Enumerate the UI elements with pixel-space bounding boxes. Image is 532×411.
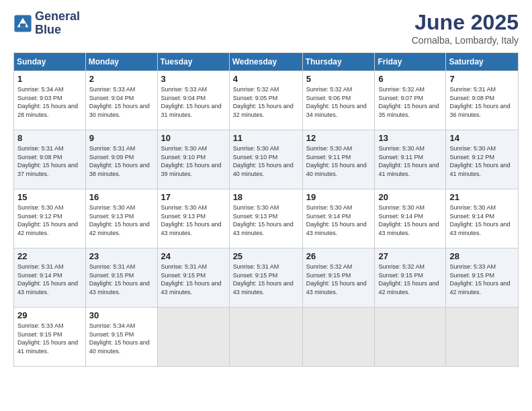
calendar-cell-9: 9Sunrise: 5:31 AM Sunset: 9:09 PM Daylig… <box>85 130 157 189</box>
calendar-week-1: 1Sunrise: 5:34 AM Sunset: 9:03 PM Daylig… <box>14 71 519 130</box>
logo-text: General Blue <box>35 10 80 37</box>
day-number: 13 <box>378 133 442 143</box>
calendar-week-3: 15Sunrise: 5:30 AM Sunset: 9:12 PM Dayli… <box>14 189 519 248</box>
day-number: 30 <box>89 310 154 320</box>
day-number: 25 <box>233 251 299 261</box>
day-number: 11 <box>233 133 299 143</box>
day-info: Sunrise: 5:30 AM Sunset: 9:13 PM Dayligh… <box>89 203 154 237</box>
calendar-cell-15: 15Sunrise: 5:30 AM Sunset: 9:12 PM Dayli… <box>14 189 86 248</box>
day-info: Sunrise: 5:30 AM Sunset: 9:12 PM Dayligh… <box>17 203 82 237</box>
day-number: 29 <box>17 310 82 320</box>
title-area: June 2025 Cornalba, Lombardy, Italy <box>412 10 519 46</box>
day-info: Sunrise: 5:32 AM Sunset: 9:07 PM Dayligh… <box>378 85 442 119</box>
calendar-body: 1Sunrise: 5:34 AM Sunset: 9:03 PM Daylig… <box>14 71 519 367</box>
calendar-cell-19: 19Sunrise: 5:30 AM Sunset: 9:14 PM Dayli… <box>302 189 375 248</box>
calendar-cell-empty <box>302 308 375 367</box>
calendar-cell-29: 29Sunrise: 5:33 AM Sunset: 9:15 PM Dayli… <box>14 308 86 367</box>
calendar-cell-empty <box>157 308 229 367</box>
page: General Blue June 2025 Cornalba, Lombard… <box>0 0 532 411</box>
day-number: 9 <box>89 133 154 143</box>
day-info: Sunrise: 5:34 AM Sunset: 9:15 PM Dayligh… <box>89 322 154 355</box>
calendar-cell-12: 12Sunrise: 5:30 AM Sunset: 9:11 PM Dayli… <box>302 130 375 189</box>
calendar-cell-25: 25Sunrise: 5:31 AM Sunset: 9:15 PM Dayli… <box>229 248 302 308</box>
calendar-cell-empty <box>229 308 302 367</box>
calendar-cell-24: 24Sunrise: 5:31 AM Sunset: 9:15 PM Dayli… <box>157 248 229 308</box>
day-info: Sunrise: 5:33 AM Sunset: 9:15 PM Dayligh… <box>449 263 515 296</box>
day-info: Sunrise: 5:30 AM Sunset: 9:10 PM Dayligh… <box>233 144 299 178</box>
day-info: Sunrise: 5:31 AM Sunset: 9:15 PM Dayligh… <box>233 263 299 296</box>
day-info: Sunrise: 5:33 AM Sunset: 9:15 PM Dayligh… <box>17 322 82 355</box>
day-number: 28 <box>449 251 515 261</box>
calendar-cell-11: 11Sunrise: 5:30 AM Sunset: 9:10 PM Dayli… <box>229 130 302 189</box>
day-info: Sunrise: 5:31 AM Sunset: 9:15 PM Dayligh… <box>161 263 226 296</box>
day-number: 3 <box>161 74 226 84</box>
day-info: Sunrise: 5:30 AM Sunset: 9:11 PM Dayligh… <box>306 144 371 178</box>
weekday-header-wednesday: Wednesday <box>229 53 302 71</box>
day-number: 19 <box>306 192 371 202</box>
weekday-header-saturday: Saturday <box>446 53 519 71</box>
calendar-cell-2: 2Sunrise: 5:33 AM Sunset: 9:04 PM Daylig… <box>85 71 157 130</box>
day-info: Sunrise: 5:30 AM Sunset: 9:10 PM Dayligh… <box>161 144 226 178</box>
day-number: 15 <box>17 192 82 202</box>
calendar-header: SundayMondayTuesdayWednesdayThursdayFrid… <box>14 53 519 71</box>
day-info: Sunrise: 5:31 AM Sunset: 9:08 PM Dayligh… <box>17 144 82 178</box>
calendar-cell-20: 20Sunrise: 5:30 AM Sunset: 9:14 PM Dayli… <box>375 189 446 248</box>
calendar-cell-6: 6Sunrise: 5:32 AM Sunset: 9:07 PM Daylig… <box>375 71 446 130</box>
calendar-cell-28: 28Sunrise: 5:33 AM Sunset: 9:15 PM Dayli… <box>446 248 519 308</box>
weekday-header-sunday: Sunday <box>14 53 86 71</box>
day-info: Sunrise: 5:31 AM Sunset: 9:15 PM Dayligh… <box>89 263 154 296</box>
day-number: 21 <box>449 192 515 202</box>
day-number: 16 <box>89 192 154 202</box>
day-info: Sunrise: 5:30 AM Sunset: 9:14 PM Dayligh… <box>306 203 371 237</box>
calendar-week-4: 22Sunrise: 5:31 AM Sunset: 9:14 PM Dayli… <box>14 248 519 308</box>
calendar-cell-10: 10Sunrise: 5:30 AM Sunset: 9:10 PM Dayli… <box>157 130 229 189</box>
day-info: Sunrise: 5:32 AM Sunset: 9:05 PM Dayligh… <box>233 85 299 119</box>
calendar-cell-23: 23Sunrise: 5:31 AM Sunset: 9:15 PM Dayli… <box>85 248 157 308</box>
calendar-cell-4: 4Sunrise: 5:32 AM Sunset: 9:05 PM Daylig… <box>229 71 302 130</box>
day-number: 23 <box>89 251 154 261</box>
day-number: 7 <box>449 74 515 84</box>
day-info: Sunrise: 5:30 AM Sunset: 9:11 PM Dayligh… <box>378 144 442 178</box>
day-number: 18 <box>233 192 299 202</box>
day-number: 6 <box>378 74 442 84</box>
day-number: 12 <box>306 133 371 143</box>
calendar-cell-empty <box>375 308 446 367</box>
day-info: Sunrise: 5:33 AM Sunset: 9:04 PM Dayligh… <box>161 85 226 119</box>
day-info: Sunrise: 5:32 AM Sunset: 9:15 PM Dayligh… <box>378 263 442 296</box>
calendar-cell-5: 5Sunrise: 5:32 AM Sunset: 9:06 PM Daylig… <box>302 71 375 130</box>
calendar-cell-26: 26Sunrise: 5:32 AM Sunset: 9:15 PM Dayli… <box>302 248 375 308</box>
calendar-week-5: 29Sunrise: 5:33 AM Sunset: 9:15 PM Dayli… <box>14 308 519 367</box>
day-info: Sunrise: 5:30 AM Sunset: 9:13 PM Dayligh… <box>233 203 299 237</box>
location-subtitle: Cornalba, Lombardy, Italy <box>412 35 519 46</box>
day-number: 14 <box>449 133 515 143</box>
calendar-cell-17: 17Sunrise: 5:30 AM Sunset: 9:13 PM Dayli… <box>157 189 229 248</box>
logo: General Blue <box>13 10 80 37</box>
day-info: Sunrise: 5:31 AM Sunset: 9:09 PM Dayligh… <box>89 144 154 178</box>
day-info: Sunrise: 5:33 AM Sunset: 9:04 PM Dayligh… <box>89 85 154 119</box>
day-info: Sunrise: 5:31 AM Sunset: 9:08 PM Dayligh… <box>449 85 515 119</box>
calendar-cell-1: 1Sunrise: 5:34 AM Sunset: 9:03 PM Daylig… <box>14 71 86 130</box>
day-info: Sunrise: 5:30 AM Sunset: 9:13 PM Dayligh… <box>161 203 226 237</box>
header: General Blue June 2025 Cornalba, Lombard… <box>13 10 519 46</box>
calendar-cell-18: 18Sunrise: 5:30 AM Sunset: 9:13 PM Dayli… <box>229 189 302 248</box>
calendar-cell-8: 8Sunrise: 5:31 AM Sunset: 9:08 PM Daylig… <box>14 130 86 189</box>
weekday-header-tuesday: Tuesday <box>157 53 229 71</box>
day-info: Sunrise: 5:31 AM Sunset: 9:14 PM Dayligh… <box>17 263 82 296</box>
logo-line2: Blue <box>35 24 80 37</box>
calendar-table: SundayMondayTuesdayWednesdayThursdayFrid… <box>13 52 519 367</box>
day-number: 22 <box>17 251 82 261</box>
calendar-cell-3: 3Sunrise: 5:33 AM Sunset: 9:04 PM Daylig… <box>157 71 229 130</box>
day-number: 20 <box>378 192 442 202</box>
day-number: 10 <box>161 133 226 143</box>
day-info: Sunrise: 5:32 AM Sunset: 9:06 PM Dayligh… <box>306 85 371 119</box>
day-info: Sunrise: 5:30 AM Sunset: 9:14 PM Dayligh… <box>378 203 442 237</box>
calendar-cell-13: 13Sunrise: 5:30 AM Sunset: 9:11 PM Dayli… <box>375 130 446 189</box>
weekday-header-friday: Friday <box>375 53 446 71</box>
svg-rect-2 <box>20 24 26 28</box>
calendar-cell-27: 27Sunrise: 5:32 AM Sunset: 9:15 PM Dayli… <box>375 248 446 308</box>
day-number: 26 <box>306 251 371 261</box>
day-info: Sunrise: 5:30 AM Sunset: 9:12 PM Dayligh… <box>449 144 515 178</box>
calendar-cell-21: 21Sunrise: 5:30 AM Sunset: 9:14 PM Dayli… <box>446 189 519 248</box>
logo-icon <box>13 14 32 33</box>
calendar-cell-empty <box>446 308 519 367</box>
